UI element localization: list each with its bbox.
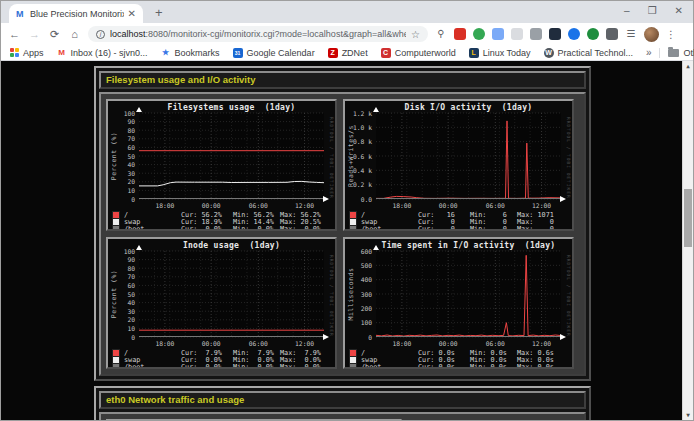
bookmark-label: Linux Today	[483, 48, 531, 58]
legend-row: /bootCur: 0.0sMin: 0.0sMax: 0.0s	[350, 364, 554, 369]
extensions-puzzle-icon[interactable]	[606, 28, 618, 40]
x-tick-label: 18:00	[392, 340, 411, 347]
window-minimize-button[interactable]: –	[624, 6, 630, 16]
graph-panel-filesystems-usage[interactable]: Filesystems usage (1day)Percent (%)01020…	[106, 99, 337, 231]
legend-swatch	[113, 350, 119, 356]
y-tick-label: 0.2 k	[345, 181, 372, 188]
tab-strip: M Blue Precision Monitorix ✕ + – ❐ ✕	[1, 1, 693, 23]
bookmark-label: Practical Technol...	[558, 48, 633, 58]
y-tick-label: 80	[108, 265, 135, 272]
legend-swatch	[350, 226, 356, 231]
y-tick-label: 80	[108, 127, 135, 134]
page-scrollbar[interactable]: ▲ ▼	[682, 61, 693, 420]
bookmark-item[interactable]: WPractical Technol...	[544, 48, 633, 58]
scrollbar-up-icon[interactable]: ▲	[683, 61, 693, 71]
graph-panel-disk-io-activity[interactable]: Disk I/O activity (1day)Reads+Writes/s0.…	[343, 99, 574, 231]
legend-swatch	[350, 350, 356, 356]
x-tick-label: 12:00	[532, 202, 551, 209]
back-button[interactable]: ←	[8, 28, 21, 40]
bookmark-item[interactable]: 31Google Calendar	[233, 48, 315, 58]
blue-extension-icon[interactable]	[568, 28, 580, 40]
graph-panel-inode-usage[interactable]: Inode usage (1day)Percent (%)01020304050…	[106, 237, 337, 369]
new-tab-button[interactable]: +	[155, 6, 163, 19]
bookmark-label: Inbox (16) - sjvn0...	[71, 48, 148, 58]
tab-close-icon[interactable]: ✕	[128, 9, 136, 19]
y-tick-label: 90	[108, 256, 135, 263]
section-title: eth0 Network traffic and usage	[99, 391, 586, 409]
address-bar[interactable]: i localhost:8080/monitorix-cgi/monitorix…	[88, 26, 428, 42]
bookmark-item[interactable]: CComputerworld	[381, 48, 456, 58]
y-tick-label: 10	[108, 325, 135, 332]
graph-panel-time-spent-io[interactable]: Time spent in I/O activity (1day)Millise…	[343, 237, 574, 369]
y-tick-label: 30	[108, 308, 135, 315]
extensions-row: ⚲☰	[435, 28, 637, 40]
y-tick-label: 100	[108, 248, 135, 255]
computerworld-icon: C	[381, 48, 391, 58]
forward-button[interactable]: →	[28, 28, 41, 40]
browser-menu-icon[interactable]: ⋮	[666, 29, 676, 40]
scrollbar-down-icon[interactable]: ▼	[683, 410, 693, 420]
graph-legend: /Cur: 7.9%Min: 7.9%Max: 7.9%swapCur: 0.0…	[113, 349, 321, 369]
window-maximize-button[interactable]: ❐	[648, 6, 657, 16]
y-tick-label: 0.6 k	[345, 153, 372, 160]
bookmark-label: Bookmarks	[175, 48, 220, 58]
tab-title: Blue Precision Monitorix	[30, 9, 124, 19]
x-tick-label: 12:00	[295, 202, 314, 209]
search-icon[interactable]: ⚲	[435, 28, 447, 40]
y-tick-label: 100	[345, 319, 372, 326]
profile-avatar[interactable]	[644, 27, 659, 42]
url-text: localhost:8080/monitorix-cgi/monitorix.c…	[110, 29, 406, 39]
folder-icon	[668, 49, 679, 57]
globe-extension-icon[interactable]	[473, 28, 485, 40]
speaker-extension-icon[interactable]	[530, 28, 542, 40]
y-tick-label: 0	[108, 196, 135, 203]
gmail-icon: M	[57, 48, 67, 58]
bookmarks-overflow-chevron[interactable]: »	[646, 47, 652, 58]
reading-list-icon[interactable]: ☰	[625, 28, 637, 40]
plot-area	[133, 244, 330, 342]
x-tick-label: 18:00	[155, 202, 174, 209]
browser-tab[interactable]: M Blue Precision Monitorix ✕	[9, 4, 143, 23]
home-button[interactable]: ⌂	[68, 28, 81, 40]
legend-row: /bootCur: 0.0%Min: 0.0%Max: 0.0%	[113, 364, 321, 369]
y-tick-label: 300	[345, 291, 372, 298]
legend-swatch	[113, 219, 119, 225]
bookmark-item[interactable]: ★Bookmarks	[161, 48, 220, 58]
pages-extension-icon[interactable]	[492, 28, 504, 40]
y-tick-label: 20	[108, 178, 135, 185]
plot-area	[370, 106, 567, 204]
y-tick-label: 20	[108, 316, 135, 323]
other-bookmarks-button[interactable]: Other bookmarks	[668, 48, 694, 58]
y-tick-label: 50	[108, 291, 135, 298]
window-close-button[interactable]: ✕	[675, 6, 683, 16]
legend-row: /bootCur: 0.0%Min: 0.0%Max: 0.0%	[113, 226, 321, 231]
green-extension-icon[interactable]	[587, 28, 599, 40]
bookmark-star-icon[interactable]: ☆	[411, 29, 420, 40]
y-tick-label: 0	[108, 334, 135, 341]
section-title: Filesystem usage and I/O activity	[99, 71, 586, 89]
bookmark-item[interactable]: ZZDNet	[328, 48, 368, 58]
y-tick-label: 40	[108, 161, 135, 168]
calendar-icon: 31	[233, 48, 243, 58]
legend-swatch	[113, 226, 119, 231]
reload-button[interactable]: ⟳	[48, 28, 61, 41]
browser-window: M Blue Precision Monitorix ✕ + – ❐ ✕ ← →…	[0, 0, 694, 421]
page-info-icon[interactable]: i	[96, 30, 105, 39]
bookmarks-bar: Apps MInbox (16) - sjvn0...★Bookmarks31G…	[1, 45, 693, 61]
x-tick-label: 12:00	[532, 340, 551, 347]
star-icon: ★	[161, 48, 171, 58]
bookmark-item[interactable]: MInbox (16) - sjvn0...	[57, 48, 148, 58]
gray-extension-icon[interactable]	[511, 28, 523, 40]
scrollbar-thumb[interactable]	[684, 189, 692, 247]
apps-shortcut[interactable]: Apps	[10, 48, 44, 58]
mail-extension-icon[interactable]	[454, 28, 466, 40]
y-tick-label: 600	[345, 248, 372, 255]
bookmark-item[interactable]: LLinux Today	[469, 48, 531, 58]
section-filesystem: Filesystem usage and I/O activity Filesy…	[94, 66, 591, 381]
dark-extension-icon[interactable]	[549, 28, 561, 40]
graph-legend: /Cur: 0.0sMin: 0.0sMax: 0.6sswapCur: 0.0…	[350, 349, 554, 369]
y-tick-label: 30	[108, 170, 135, 177]
y-tick-label: 0.0	[345, 196, 372, 203]
x-tick-label: 00:00	[202, 340, 221, 347]
graph-panel-eth0-fastethernet-lan[interactable]: eth0 FastEthernet LAN (1day)1.00.918:000…	[106, 419, 402, 420]
